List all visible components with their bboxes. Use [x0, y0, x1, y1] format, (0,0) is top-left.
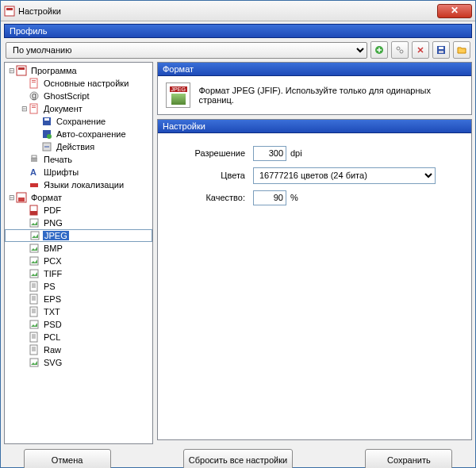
tree-item-eps[interactable]: EPS: [5, 293, 152, 305]
tree-item-label: Действия: [55, 142, 96, 152]
tree-item-raw[interactable]: Raw: [5, 343, 152, 356]
content-area: ⊟ПрограммаОсновные настройкиgGhostScript…: [1, 62, 475, 444]
tree-item-label: Языки локализации: [42, 180, 125, 190]
tree-twisty[interactable]: ⊟: [21, 105, 29, 113]
auto-icon: [41, 129, 52, 140]
colors-select[interactable]: 16777216 цветов (24 бита): [253, 167, 436, 184]
tree-item-pcl[interactable]: PCL: [5, 331, 152, 343]
svg-rect-17: [32, 107, 36, 108]
format-description: Формат JPEG (JFIF). Используйте только д…: [198, 86, 463, 105]
quality-unit: %: [290, 193, 298, 202]
tree-item-основные настройки[interactable]: Основные настройки: [5, 77, 152, 90]
quality-input[interactable]: [253, 190, 286, 205]
tree-item-документ[interactable]: ⊟Документ: [5, 102, 152, 115]
pdf-icon: [29, 205, 40, 216]
svg-rect-16: [32, 105, 36, 106]
txt-icon: [29, 306, 40, 317]
img-icon: [29, 243, 40, 254]
svg-rect-8: [17, 66, 26, 75]
svg-rect-29: [18, 198, 25, 201]
svg-rect-12: [32, 82, 36, 82]
svg-rect-31: [30, 211, 37, 215]
button-row: Отмена Сбросить все настройки Сохранить: [1, 444, 475, 468]
profile-toolbar: По умолчанию: [1, 38, 475, 62]
cancel-button[interactable]: Отмена: [24, 449, 111, 468]
svg-text:A: A: [30, 167, 36, 177]
svg-rect-24: [32, 155, 36, 158]
window-title: Настройки: [18, 6, 61, 16]
tree-item-действия[interactable]: Действия: [5, 140, 152, 153]
tree-item-psd[interactable]: PSD: [5, 318, 152, 331]
tree-item-pcx[interactable]: PCX: [5, 255, 152, 267]
tree-item-label: TXT: [42, 307, 62, 316]
tree-item-сохранение[interactable]: Сохранение: [5, 115, 152, 128]
svg-text:g: g: [32, 90, 36, 100]
colors-label: Цвета: [166, 171, 253, 180]
save-icon: [41, 116, 52, 127]
tree-item-txt[interactable]: TXT: [5, 305, 152, 318]
settings-window: Настройки ✕ Профиль По умолчанию ⊟Програ…: [0, 0, 476, 468]
tree-item-label: Печать: [42, 155, 74, 164]
resolution-input[interactable]: [253, 146, 286, 161]
profile-link-button[interactable]: [391, 41, 409, 59]
tree-item-ps[interactable]: PS: [5, 280, 152, 293]
act-icon: [41, 141, 52, 152]
svg-rect-6: [439, 47, 443, 49]
tree-item-label: PSD: [42, 320, 63, 329]
img-icon: [29, 230, 40, 241]
tree-twisty[interactable]: ⊟: [8, 194, 16, 201]
tree-item-jpeg[interactable]: JPEG: [5, 229, 152, 242]
svg-rect-0: [5, 6, 14, 16]
profile-add-button[interactable]: [370, 41, 388, 59]
tree-item-label: PDF: [42, 205, 63, 215]
tree-item-pdf[interactable]: PDF: [5, 204, 152, 217]
profile-open-button[interactable]: [453, 41, 470, 59]
svg-rect-23: [31, 158, 37, 162]
profile-header: Профиль: [4, 24, 472, 38]
app-icon: [16, 65, 27, 76]
img-icon: [29, 357, 40, 368]
svg-point-21: [47, 134, 52, 139]
tree-item-label: PCL: [42, 332, 62, 342]
save-button[interactable]: Сохранить: [365, 449, 452, 468]
tree-item-label: Формат: [29, 193, 63, 202]
tree-item-печать[interactable]: Печать: [5, 153, 152, 166]
tree-twisty[interactable]: ⊟: [8, 67, 16, 75]
tree-item-label: SVG: [42, 358, 63, 367]
tree-item-формат[interactable]: ⊟Формат: [5, 191, 152, 204]
tree-item-bmp[interactable]: BMP: [5, 242, 152, 255]
format-group: Формат JPEG Формат JPEG (JFIF). Использу…: [157, 62, 472, 115]
doc-icon: [29, 78, 40, 89]
tree-item-языки локализации[interactable]: Языки локализации: [5, 178, 152, 191]
tree-item-label: GhostScript: [42, 91, 90, 101]
reset-button[interactable]: Сбросить все настройки: [183, 449, 293, 468]
tree-item-ghostscript[interactable]: gGhostScript: [5, 90, 152, 102]
close-button[interactable]: ✕: [437, 4, 472, 18]
tree-item-label: Документ: [42, 104, 84, 113]
svg-rect-38: [30, 294, 37, 304]
svg-rect-27: [30, 182, 38, 183]
tree-item-шрифты[interactable]: AШрифты: [5, 166, 152, 178]
img-icon: [29, 255, 40, 267]
fmt-icon: [16, 192, 27, 203]
tree-item-авто-сохранение[interactable]: Авто-сохранение: [5, 128, 152, 140]
profile-delete-button[interactable]: [412, 41, 429, 59]
profile-select[interactable]: По умолчанию: [6, 42, 367, 59]
settings-group: Настройки Разрешение dpi Цвета 16777216 …: [157, 119, 472, 440]
tree-item-svg[interactable]: SVG: [5, 356, 152, 369]
profile-save-button[interactable]: [432, 41, 450, 59]
tree-item-label: PS: [42, 282, 57, 291]
svg-rect-11: [32, 80, 36, 81]
svg-rect-42: [30, 345, 37, 355]
svg-rect-39: [30, 307, 37, 316]
print-icon: [29, 154, 40, 165]
img-icon: [29, 217, 40, 228]
img-icon: [29, 319, 40, 330]
tree-item-программа[interactable]: ⊟Программа: [5, 64, 152, 77]
tree-item-tiff[interactable]: TIFF: [5, 267, 152, 280]
nav-tree[interactable]: ⊟ПрограммаОсновные настройкиgGhostScript…: [4, 62, 153, 444]
gs-icon: g: [29, 90, 40, 102]
settings-group-header: Настройки: [158, 120, 471, 133]
tree-item-png[interactable]: PNG: [5, 217, 152, 229]
tree-item-label: PNG: [42, 218, 64, 228]
